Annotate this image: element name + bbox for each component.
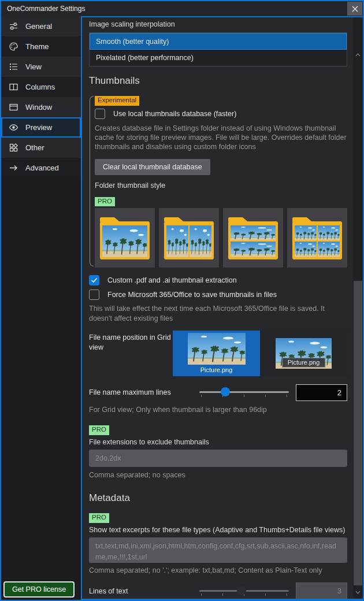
sidebar-item-label: General <box>25 22 52 31</box>
force-office-checkbox[interactable] <box>89 290 99 300</box>
force-office-label: Force Microsoft 365/Office to save thumb… <box>107 291 277 299</box>
pro-badge: PRO <box>95 197 115 207</box>
folder-thumbnail-2images-horizontal <box>164 221 214 259</box>
chevron-up-icon <box>355 53 361 57</box>
get-pro-license-button[interactable]: Get PRO license <box>3 581 75 598</box>
scrollbar-thumb[interactable] <box>354 281 362 585</box>
folder-thumbnail-1image <box>100 221 150 259</box>
sidebar-item-window[interactable]: Window <box>1 97 81 117</box>
beach-photo <box>231 225 276 241</box>
force-office-row: Force Microsoft 365/Office to save thumb… <box>89 290 347 300</box>
text-excerpts-hint: Comma separated; no '.'; example: txt,ba… <box>89 566 347 575</box>
categories-icon <box>9 143 18 153</box>
folder-style-option-1[interactable] <box>95 208 155 268</box>
lines-of-text-value: 3 <box>296 583 347 599</box>
max-lines-label: File name maximum lines <box>89 388 199 396</box>
thumbnails-heading: Thumbnails <box>89 75 347 87</box>
experimental-section: Experimental Use local thumbnails databa… <box>95 94 347 268</box>
window-title: OneCommander Settings <box>7 5 85 13</box>
clear-thumbnail-db-button[interactable]: Clear local thumbnail database <box>95 159 210 175</box>
use-local-db-checkbox[interactable] <box>95 109 105 119</box>
lines-of-text-row: Lines of text 3 <box>89 583 347 599</box>
chevron-down-icon <box>355 591 361 594</box>
folder-style-option-4[interactable] <box>287 208 347 268</box>
close-button[interactable] <box>347 2 362 16</box>
metadata-heading: Metadata <box>89 492 347 504</box>
slider-thumb[interactable] <box>221 387 230 396</box>
beach-photo <box>318 225 340 241</box>
sidebar-item-label: Advanced <box>25 164 59 172</box>
max-lines-slider[interactable] <box>199 385 289 399</box>
filename-below-option[interactable]: Picture.png <box>173 331 260 376</box>
exclude-extensions-hint: Comma separated; no spaces <box>89 470 347 480</box>
use-local-db-row: Use local thumbnails database (faster) <box>95 109 347 119</box>
beach-photo <box>318 242 340 257</box>
sidebar-item-general[interactable]: General <box>1 16 81 36</box>
beach-photo <box>188 333 246 365</box>
vertical-scrollbar[interactable] <box>353 17 363 599</box>
option-pixelated[interactable]: Pixelated (better performance) <box>90 50 347 66</box>
sidebar-item-preview[interactable]: Preview <box>1 117 81 138</box>
settings-window: OneCommander Settings General <box>0 0 364 601</box>
slider-ticks <box>201 395 287 397</box>
pro-badge: PRO <box>89 513 109 523</box>
arrow-right-icon <box>9 163 18 173</box>
scroll-up-button[interactable] <box>353 51 363 59</box>
folder-thumbnail-2images-stacked <box>228 221 278 259</box>
image-scaling-label: Image scaling interpolation <box>89 20 347 28</box>
sidebar-item-label: Columns <box>25 83 55 91</box>
filename-position-row: File name position in Grid view Picture.… <box>89 331 347 376</box>
folder-style-options <box>95 208 347 268</box>
list-icon <box>9 62 18 72</box>
sidebar-item-advanced[interactable]: Advanced <box>1 158 81 178</box>
folder-style-option-3[interactable] <box>223 208 283 268</box>
max-lines-value[interactable]: 2 <box>296 384 347 401</box>
pro-badge: PRO <box>89 425 109 435</box>
beach-photo <box>295 242 317 257</box>
custom-pdf-label: Custom .pdf and .ai thumbnail extraction <box>107 276 237 284</box>
slider-thumb <box>237 586 246 595</box>
sidebar-item-theme[interactable]: Theme <box>1 36 81 57</box>
window-icon <box>9 102 18 112</box>
max-lines-row: File name maximum lines 2 <box>89 384 347 401</box>
slider-track[interactable] <box>199 391 289 393</box>
exclude-extensions-input[interactable] <box>89 450 347 467</box>
beach-photo <box>190 225 211 257</box>
text-excerpts-label: Show text excerpts for these file types … <box>89 526 347 534</box>
folder-thumbnail-style-label: Folder thumbnail style <box>95 181 347 190</box>
use-local-db-description: Creates database file in Settings folder… <box>95 124 347 152</box>
palette-icon <box>9 42 18 51</box>
beach-photo <box>231 242 276 257</box>
sidebar-item-other[interactable]: Other <box>1 138 81 158</box>
filename-position-label: File name position in Grid view <box>89 331 173 376</box>
beach-photo <box>102 225 147 257</box>
sidebar-item-label: Preview <box>25 123 52 132</box>
force-office-description: This will take effect the next time each… <box>89 304 343 323</box>
scroll-down-button[interactable] <box>353 588 363 596</box>
exclude-extensions-label: File extensions to exclude thumbnails <box>89 438 347 446</box>
sidebar-item-columns[interactable]: Columns <box>1 77 81 97</box>
image-scaling-listbox: Smooth (better quality) Pixelated (bette… <box>89 32 347 66</box>
max-lines-hint: For Grid view; Only when thumbnail is la… <box>89 405 347 414</box>
check-icon <box>91 277 98 284</box>
file-name-caption: Picture.png <box>200 366 233 373</box>
section-bracket <box>90 96 94 266</box>
custom-pdf-checkbox[interactable] <box>89 275 99 285</box>
sidebar-item-label: Theme <box>25 42 49 51</box>
close-icon <box>352 6 358 12</box>
option-smooth[interactable]: Smooth (better quality) <box>90 33 347 50</box>
use-local-db-label: Use local thumbnails database (faster) <box>113 110 236 118</box>
folder-style-option-2[interactable] <box>159 208 219 268</box>
titlebar: OneCommander Settings <box>1 1 363 16</box>
experimental-badge: Experimental <box>95 96 139 106</box>
sliders-icon <box>9 21 18 31</box>
lines-of-text-slider <box>199 584 289 598</box>
sidebar-item-label: View <box>25 62 42 71</box>
text-excerpts-input[interactable] <box>89 537 347 563</box>
sidebar-item-label: Other <box>25 143 44 152</box>
columns-icon <box>9 82 18 92</box>
settings-sidebar: General Theme View <box>1 16 81 600</box>
preview-settings-panel: Image scaling interpolation Smooth (bett… <box>81 16 363 600</box>
sidebar-item-view[interactable]: View <box>1 57 81 77</box>
filename-overlay-option[interactable]: Picture.png <box>260 331 347 376</box>
